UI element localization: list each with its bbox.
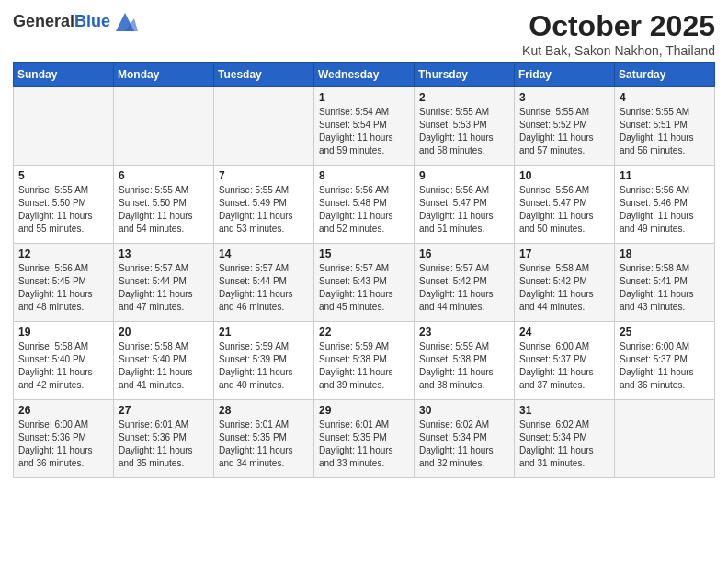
calendar-cell: 5Sunrise: 5:55 AMSunset: 5:50 PMDaylight… [14,166,114,244]
week-row-2: 12Sunrise: 5:56 AMSunset: 5:45 PMDayligh… [14,244,715,322]
week-row-1: 5Sunrise: 5:55 AMSunset: 5:50 PMDaylight… [14,166,715,244]
day-header-saturday: Saturday [615,63,715,87]
calendar-cell: 11Sunrise: 5:56 AMSunset: 5:46 PMDayligh… [615,166,715,244]
month-title: October 2025 [522,9,715,43]
day-number: 17 [519,247,609,260]
day-header-wednesday: Wednesday [314,63,415,87]
day-number: 20 [119,326,209,339]
day-number: 30 [419,404,509,417]
week-row-3: 19Sunrise: 5:58 AMSunset: 5:40 PMDayligh… [14,322,715,400]
calendar-cell: 29Sunrise: 6:01 AMSunset: 5:35 PMDayligh… [314,400,415,478]
day-number: 31 [519,404,609,417]
day-header-friday: Friday [515,63,615,87]
calendar-cell: 19Sunrise: 5:58 AMSunset: 5:40 PMDayligh… [14,322,114,400]
calendar-cell [615,400,715,478]
day-info: Sunrise: 5:56 AMSunset: 5:48 PMDaylight:… [319,184,409,236]
calendar-cell: 17Sunrise: 5:58 AMSunset: 5:42 PMDayligh… [515,244,615,322]
day-number: 23 [419,326,509,339]
calendar-cell: 28Sunrise: 6:01 AMSunset: 5:35 PMDayligh… [214,400,314,478]
day-info: Sunrise: 6:02 AMSunset: 5:34 PMDaylight:… [519,419,609,470]
calendar-cell: 16Sunrise: 5:57 AMSunset: 5:42 PMDayligh… [415,244,515,322]
day-info: Sunrise: 6:00 AMSunset: 5:37 PMDaylight:… [620,340,710,392]
day-info: Sunrise: 5:59 AMSunset: 5:39 PMDaylight:… [219,340,309,392]
day-number: 11 [620,169,710,182]
day-number: 16 [419,247,509,260]
day-number: 10 [519,169,609,182]
day-info: Sunrise: 5:56 AMSunset: 5:46 PMDaylight:… [620,184,710,236]
day-info: Sunrise: 6:01 AMSunset: 5:36 PMDaylight:… [119,419,209,470]
week-row-0: 1Sunrise: 5:54 AMSunset: 5:54 PMDaylight… [14,87,715,166]
day-header-thursday: Thursday [415,63,515,87]
calendar-cell: 12Sunrise: 5:56 AMSunset: 5:45 PMDayligh… [14,244,114,322]
calendar-cell: 20Sunrise: 5:58 AMSunset: 5:40 PMDayligh… [114,322,214,400]
day-info: Sunrise: 6:00 AMSunset: 5:36 PMDaylight:… [18,419,108,470]
day-info: Sunrise: 5:58 AMSunset: 5:40 PMDaylight:… [18,340,108,392]
day-number: 8 [319,169,409,182]
day-info: Sunrise: 5:55 AMSunset: 5:52 PMDaylight:… [519,106,609,157]
day-number: 13 [119,247,209,260]
calendar-cell: 21Sunrise: 5:59 AMSunset: 5:39 PMDayligh… [214,322,314,400]
day-info: Sunrise: 5:56 AMSunset: 5:45 PMDaylight:… [18,262,108,314]
calendar-cell: 7Sunrise: 5:55 AMSunset: 5:49 PMDaylight… [214,166,314,244]
day-info: Sunrise: 5:58 AMSunset: 5:40 PMDaylight:… [119,340,209,392]
calendar-cell: 2Sunrise: 5:55 AMSunset: 5:53 PMDaylight… [415,87,515,166]
day-info: Sunrise: 5:57 AMSunset: 5:43 PMDaylight:… [319,262,409,314]
day-number: 25 [620,326,710,339]
title-block: October 2025 Kut Bak, Sakon Nakhon, Thai… [522,9,715,58]
day-info: Sunrise: 5:55 AMSunset: 5:50 PMDaylight:… [119,184,209,236]
day-info: Sunrise: 6:02 AMSunset: 5:34 PMDaylight:… [419,419,509,470]
day-number: 19 [18,326,108,339]
calendar-cell: 24Sunrise: 6:00 AMSunset: 5:37 PMDayligh… [515,322,615,400]
day-number: 6 [119,169,209,182]
calendar-cell [114,87,214,166]
calendar-cell: 30Sunrise: 6:02 AMSunset: 5:34 PMDayligh… [415,400,515,478]
logo-icon [112,9,138,35]
calendar-cell: 25Sunrise: 6:00 AMSunset: 5:37 PMDayligh… [615,322,715,400]
calendar-cell: 4Sunrise: 5:55 AMSunset: 5:51 PMDaylight… [615,87,715,166]
calendar-cell: 1Sunrise: 5:54 AMSunset: 5:54 PMDaylight… [314,87,415,166]
calendar-cell: 15Sunrise: 5:57 AMSunset: 5:43 PMDayligh… [314,244,415,322]
day-number: 1 [319,91,409,104]
calendar-cell: 23Sunrise: 5:59 AMSunset: 5:38 PMDayligh… [415,322,515,400]
day-number: 15 [319,247,409,260]
day-info: Sunrise: 5:57 AMSunset: 5:44 PMDaylight:… [119,262,209,314]
day-info: Sunrise: 6:00 AMSunset: 5:37 PMDaylight:… [519,340,609,392]
header-row: SundayMondayTuesdayWednesdayThursdayFrid… [14,63,715,87]
day-info: Sunrise: 5:55 AMSunset: 5:51 PMDaylight:… [620,106,710,157]
calendar-cell: 10Sunrise: 5:56 AMSunset: 5:47 PMDayligh… [515,166,615,244]
day-number: 21 [219,326,309,339]
main-container: GeneralBlue October 2025 Kut Bak, Sakon … [0,0,728,488]
day-number: 5 [18,169,108,182]
calendar-cell: 6Sunrise: 5:55 AMSunset: 5:50 PMDaylight… [114,166,214,244]
day-number: 24 [519,326,609,339]
location-title: Kut Bak, Sakon Nakhon, Thailand [522,43,715,58]
day-info: Sunrise: 5:57 AMSunset: 5:42 PMDaylight:… [419,262,509,314]
day-info: Sunrise: 5:58 AMSunset: 5:41 PMDaylight:… [620,262,710,314]
day-number: 18 [620,247,710,260]
logo: GeneralBlue [13,9,138,35]
day-number: 12 [18,247,108,260]
calendar-table: SundayMondayTuesdayWednesdayThursdayFrid… [13,62,715,478]
day-number: 9 [419,169,509,182]
day-info: Sunrise: 5:55 AMSunset: 5:53 PMDaylight:… [419,106,509,157]
day-info: Sunrise: 6:01 AMSunset: 5:35 PMDaylight:… [219,419,309,470]
calendar-cell: 9Sunrise: 5:56 AMSunset: 5:47 PMDaylight… [415,166,515,244]
logo-general: GeneralBlue [13,13,110,31]
day-number: 4 [620,91,710,104]
day-number: 7 [219,169,309,182]
day-info: Sunrise: 5:59 AMSunset: 5:38 PMDaylight:… [319,340,409,392]
calendar-cell: 31Sunrise: 6:02 AMSunset: 5:34 PMDayligh… [515,400,615,478]
day-header-tuesday: Tuesday [214,63,314,87]
week-row-4: 26Sunrise: 6:00 AMSunset: 5:36 PMDayligh… [14,400,715,478]
calendar-cell: 27Sunrise: 6:01 AMSunset: 5:36 PMDayligh… [114,400,214,478]
calendar-cell: 18Sunrise: 5:58 AMSunset: 5:41 PMDayligh… [615,244,715,322]
calendar-body: 1Sunrise: 5:54 AMSunset: 5:54 PMDaylight… [14,87,715,478]
day-info: Sunrise: 5:57 AMSunset: 5:44 PMDaylight:… [219,262,309,314]
day-number: 28 [219,404,309,417]
day-number: 22 [319,326,409,339]
day-info: Sunrise: 5:59 AMSunset: 5:38 PMDaylight:… [419,340,509,392]
day-info: Sunrise: 5:54 AMSunset: 5:54 PMDaylight:… [319,106,409,157]
day-info: Sunrise: 5:56 AMSunset: 5:47 PMDaylight:… [519,184,609,236]
day-info: Sunrise: 5:58 AMSunset: 5:42 PMDaylight:… [519,262,609,314]
calendar-cell: 22Sunrise: 5:59 AMSunset: 5:38 PMDayligh… [314,322,415,400]
